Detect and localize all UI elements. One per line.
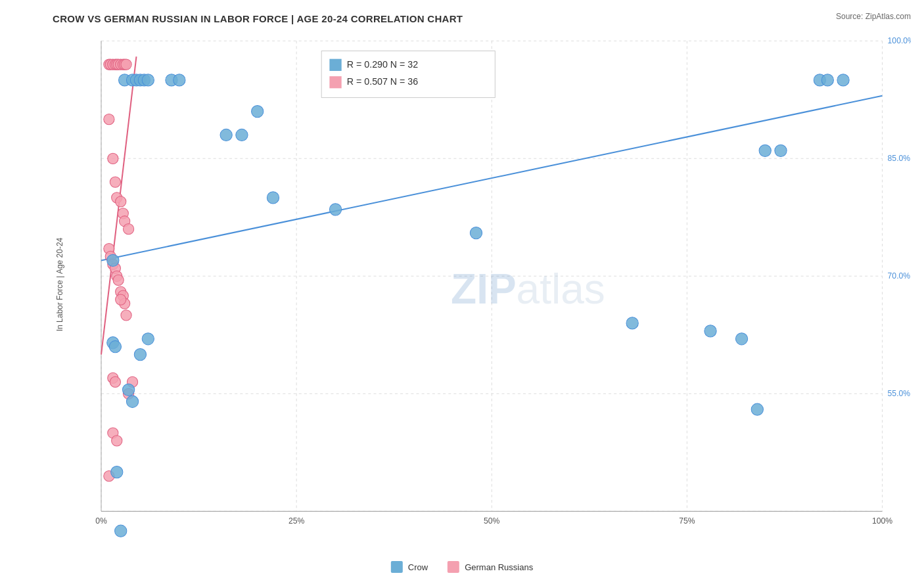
svg-point-32	[121, 59, 131, 70]
svg-text:0%: 0%	[95, 516, 107, 526]
legend-box-crow	[391, 561, 403, 573]
svg-point-75	[109, 341, 121, 353]
svg-point-87	[821, 74, 833, 86]
svg-point-82	[705, 325, 716, 337]
svg-point-46	[113, 275, 124, 285]
svg-point-80	[470, 227, 482, 239]
svg-point-69	[220, 129, 232, 141]
svg-point-79	[142, 333, 154, 345]
legend-container: Crow German Russians	[391, 561, 533, 573]
svg-point-90	[626, 317, 638, 329]
svg-point-83	[735, 333, 747, 345]
y-axis-label: In Labor Force | Age 20-24	[55, 238, 64, 332]
svg-point-81	[115, 525, 127, 537]
legend-box-german-russians	[448, 561, 459, 573]
svg-point-66	[142, 74, 154, 86]
svg-point-56	[112, 436, 122, 446]
chart-title: CROW VS GERMAN RUSSIAN IN LABOR FORCE | …	[53, 13, 911, 24]
svg-text:100.0%: 100.0%	[888, 36, 911, 45]
source-label: Source: ZipAtlas.com	[836, 12, 911, 21]
chart-area: In Labor Force | Age 20-24 ZIPatlas 100.…	[53, 31, 911, 538]
svg-point-34	[108, 153, 118, 164]
svg-point-37	[116, 196, 126, 207]
svg-point-35	[110, 177, 120, 187]
svg-point-59	[107, 254, 119, 266]
svg-text:85.0%: 85.0%	[888, 154, 911, 163]
svg-point-50	[121, 310, 131, 321]
svg-text:55.0%: 55.0%	[888, 389, 911, 398]
svg-point-60	[111, 466, 123, 478]
svg-point-40	[123, 224, 133, 235]
svg-point-52	[110, 376, 120, 387]
svg-point-78	[134, 349, 146, 361]
svg-point-84	[759, 145, 771, 156]
svg-point-76	[122, 384, 134, 395]
svg-text:25%: 25%	[289, 516, 305, 526]
legend-label-german-russians: German Russians	[465, 562, 533, 572]
svg-text:50%: 50%	[484, 516, 500, 526]
svg-point-77	[126, 395, 138, 407]
svg-point-71	[252, 106, 264, 118]
legend-label-crow: Crow	[408, 562, 428, 572]
svg-text:R = 0.507    N = 36: R = 0.507 N = 36	[347, 76, 418, 87]
legend-item-crow: Crow	[391, 561, 428, 573]
svg-text:70.0%: 70.0%	[888, 271, 911, 281]
scatter-plot: 100.0%85.0%70.0%55.0%0%25%50%75%100%R = …	[53, 31, 911, 538]
svg-point-33	[104, 114, 114, 124]
svg-point-72	[267, 192, 279, 204]
svg-point-68	[173, 74, 185, 86]
svg-rect-91	[321, 51, 495, 97]
svg-point-73	[329, 204, 341, 215]
svg-point-89	[751, 403, 763, 415]
chart-container: CROW VS GERMAN RUSSIAN IN LABOR FORCE | …	[0, 0, 924, 586]
svg-text:100%: 100%	[872, 516, 892, 526]
svg-point-85	[775, 145, 787, 156]
svg-text:75%: 75%	[679, 516, 695, 526]
svg-text:R = 0.290    N = 32: R = 0.290 N = 32	[347, 59, 418, 70]
svg-point-70	[236, 129, 248, 141]
svg-rect-94	[329, 76, 341, 88]
legend-item-german-russians: German Russians	[448, 561, 533, 573]
svg-rect-92	[329, 59, 341, 71]
svg-point-53	[116, 294, 126, 305]
svg-point-88	[837, 74, 849, 86]
